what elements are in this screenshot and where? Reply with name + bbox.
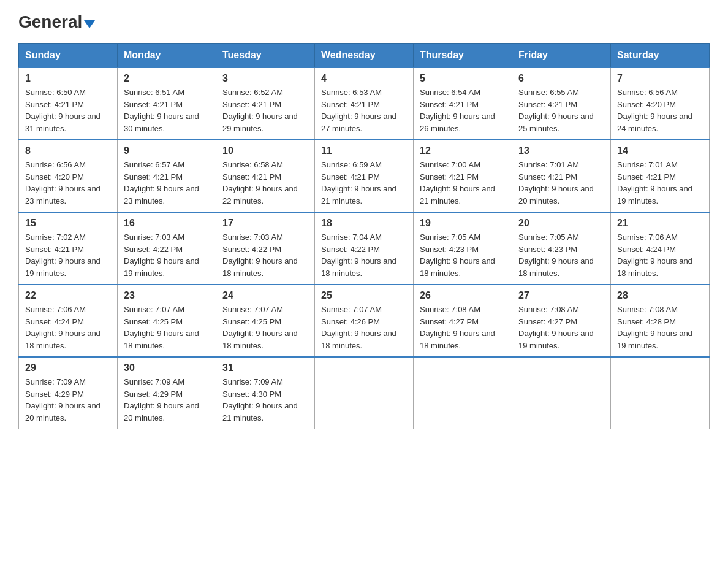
calendar-cell: 11 Sunrise: 6:59 AMSunset: 4:21 PMDaylig… <box>315 140 414 212</box>
col-header-friday: Friday <box>512 44 611 68</box>
col-header-sunday: Sunday <box>19 44 118 68</box>
day-info: Sunrise: 7:07 AMSunset: 4:25 PMDaylight:… <box>124 304 210 351</box>
calendar-cell: 30 Sunrise: 7:09 AMSunset: 4:29 PMDaylig… <box>118 357 216 429</box>
day-info: Sunrise: 6:56 AMSunset: 4:20 PMDaylight:… <box>25 159 111 207</box>
day-number: 9 <box>124 145 210 156</box>
day-info: Sunrise: 7:03 AMSunset: 4:22 PMDaylight:… <box>222 231 308 279</box>
day-number: 15 <box>25 218 111 229</box>
col-header-wednesday: Wednesday <box>315 44 414 68</box>
day-number: 2 <box>124 73 210 84</box>
day-number: 10 <box>222 145 308 156</box>
day-info: Sunrise: 6:51 AMSunset: 4:21 PMDaylight:… <box>124 86 210 134</box>
day-info: Sunrise: 7:09 AMSunset: 4:29 PMDaylight:… <box>124 376 210 424</box>
calendar-cell: 12 Sunrise: 7:00 AMSunset: 4:21 PMDaylig… <box>414 140 512 212</box>
day-number: 21 <box>617 218 703 229</box>
calendar-cell <box>611 357 710 429</box>
day-info: Sunrise: 7:07 AMSunset: 4:25 PMDaylight:… <box>222 304 308 351</box>
day-number: 22 <box>25 290 111 301</box>
calendar-cell: 6 Sunrise: 6:55 AMSunset: 4:21 PMDayligh… <box>512 67 611 140</box>
week-row-1: 1 Sunrise: 6:50 AMSunset: 4:21 PMDayligh… <box>19 67 710 140</box>
day-info: Sunrise: 7:07 AMSunset: 4:26 PMDaylight:… <box>321 304 407 351</box>
day-number: 16 <box>124 218 210 229</box>
calendar-cell: 2 Sunrise: 6:51 AMSunset: 4:21 PMDayligh… <box>118 67 216 140</box>
calendar-cell: 23 Sunrise: 7:07 AMSunset: 4:25 PMDaylig… <box>118 285 216 357</box>
logo: General <box>18 12 95 32</box>
day-number: 28 <box>617 290 703 301</box>
calendar-cell: 1 Sunrise: 6:50 AMSunset: 4:21 PMDayligh… <box>19 67 118 140</box>
day-info: Sunrise: 7:06 AMSunset: 4:24 PMDaylight:… <box>617 231 703 279</box>
day-number: 5 <box>420 73 506 84</box>
col-header-monday: Monday <box>118 44 216 68</box>
day-info: Sunrise: 6:57 AMSunset: 4:21 PMDaylight:… <box>124 159 210 207</box>
day-number: 17 <box>222 218 308 229</box>
day-info: Sunrise: 6:59 AMSunset: 4:21 PMDaylight:… <box>321 159 407 207</box>
calendar-cell: 8 Sunrise: 6:56 AMSunset: 4:20 PMDayligh… <box>19 140 118 212</box>
day-info: Sunrise: 7:01 AMSunset: 4:21 PMDaylight:… <box>518 159 604 207</box>
day-info: Sunrise: 6:55 AMSunset: 4:21 PMDaylight:… <box>518 86 604 134</box>
day-number: 24 <box>222 290 308 301</box>
col-header-saturday: Saturday <box>611 44 710 68</box>
day-number: 7 <box>617 73 703 84</box>
day-number: 13 <box>518 145 604 156</box>
day-info: Sunrise: 6:56 AMSunset: 4:20 PMDaylight:… <box>617 86 703 134</box>
day-info: Sunrise: 7:06 AMSunset: 4:24 PMDaylight:… <box>25 304 111 351</box>
calendar-cell: 7 Sunrise: 6:56 AMSunset: 4:20 PMDayligh… <box>611 67 710 140</box>
logo-triangle-icon <box>84 20 95 28</box>
calendar-cell: 20 Sunrise: 7:05 AMSunset: 4:23 PMDaylig… <box>512 212 611 285</box>
calendar-cell: 24 Sunrise: 7:07 AMSunset: 4:25 PMDaylig… <box>216 285 315 357</box>
day-number: 23 <box>124 290 210 301</box>
day-number: 26 <box>420 290 506 301</box>
calendar-cell: 4 Sunrise: 6:53 AMSunset: 4:21 PMDayligh… <box>315 67 414 140</box>
day-number: 11 <box>321 145 407 156</box>
day-info: Sunrise: 7:01 AMSunset: 4:21 PMDaylight:… <box>617 159 703 207</box>
day-number: 8 <box>25 145 111 156</box>
col-header-thursday: Thursday <box>414 44 512 68</box>
day-number: 25 <box>321 290 407 301</box>
day-info: Sunrise: 6:58 AMSunset: 4:21 PMDaylight:… <box>222 159 308 207</box>
day-number: 3 <box>222 73 308 84</box>
week-row-4: 22 Sunrise: 7:06 AMSunset: 4:24 PMDaylig… <box>19 285 710 357</box>
day-info: Sunrise: 7:00 AMSunset: 4:21 PMDaylight:… <box>420 159 506 207</box>
calendar-cell: 26 Sunrise: 7:08 AMSunset: 4:27 PMDaylig… <box>414 285 512 357</box>
day-info: Sunrise: 6:54 AMSunset: 4:21 PMDaylight:… <box>420 86 506 134</box>
day-number: 6 <box>518 73 604 84</box>
day-info: Sunrise: 7:08 AMSunset: 4:27 PMDaylight:… <box>420 304 506 351</box>
calendar-cell: 22 Sunrise: 7:06 AMSunset: 4:24 PMDaylig… <box>19 285 118 357</box>
week-row-5: 29 Sunrise: 7:09 AMSunset: 4:29 PMDaylig… <box>19 357 710 429</box>
calendar-cell: 27 Sunrise: 7:08 AMSunset: 4:27 PMDaylig… <box>512 285 611 357</box>
day-number: 4 <box>321 73 407 84</box>
day-number: 27 <box>518 290 604 301</box>
day-number: 31 <box>222 362 308 373</box>
day-number: 30 <box>124 362 210 373</box>
calendar-cell: 29 Sunrise: 7:09 AMSunset: 4:29 PMDaylig… <box>19 357 118 429</box>
calendar-cell <box>512 357 611 429</box>
calendar-cell: 25 Sunrise: 7:07 AMSunset: 4:26 PMDaylig… <box>315 285 414 357</box>
calendar-cell: 15 Sunrise: 7:02 AMSunset: 4:21 PMDaylig… <box>19 212 118 285</box>
day-info: Sunrise: 6:52 AMSunset: 4:21 PMDaylight:… <box>222 86 308 134</box>
calendar-cell: 31 Sunrise: 7:09 AMSunset: 4:30 PMDaylig… <box>216 357 315 429</box>
calendar-cell: 9 Sunrise: 6:57 AMSunset: 4:21 PMDayligh… <box>118 140 216 212</box>
calendar-cell: 10 Sunrise: 6:58 AMSunset: 4:21 PMDaylig… <box>216 140 315 212</box>
week-row-3: 15 Sunrise: 7:02 AMSunset: 4:21 PMDaylig… <box>19 212 710 285</box>
calendar-cell: 3 Sunrise: 6:52 AMSunset: 4:21 PMDayligh… <box>216 67 315 140</box>
day-number: 19 <box>420 218 506 229</box>
calendar-cell: 21 Sunrise: 7:06 AMSunset: 4:24 PMDaylig… <box>611 212 710 285</box>
week-row-2: 8 Sunrise: 6:56 AMSunset: 4:20 PMDayligh… <box>19 140 710 212</box>
day-number: 29 <box>25 362 111 373</box>
calendar-cell: 16 Sunrise: 7:03 AMSunset: 4:22 PMDaylig… <box>118 212 216 285</box>
day-number: 1 <box>25 73 111 84</box>
day-info: Sunrise: 6:53 AMSunset: 4:21 PMDaylight:… <box>321 86 407 134</box>
day-info: Sunrise: 7:04 AMSunset: 4:22 PMDaylight:… <box>321 231 407 279</box>
day-info: Sunrise: 7:08 AMSunset: 4:28 PMDaylight:… <box>617 304 703 351</box>
day-info: Sunrise: 7:02 AMSunset: 4:21 PMDaylight:… <box>25 231 111 279</box>
day-number: 14 <box>617 145 703 156</box>
calendar-table: SundayMondayTuesdayWednesdayThursdayFrid… <box>18 43 710 429</box>
calendar-cell: 17 Sunrise: 7:03 AMSunset: 4:22 PMDaylig… <box>216 212 315 285</box>
day-number: 12 <box>420 145 506 156</box>
day-info: Sunrise: 7:08 AMSunset: 4:27 PMDaylight:… <box>518 304 604 351</box>
calendar-cell: 14 Sunrise: 7:01 AMSunset: 4:21 PMDaylig… <box>611 140 710 212</box>
calendar-cell: 5 Sunrise: 6:54 AMSunset: 4:21 PMDayligh… <box>414 67 512 140</box>
day-info: Sunrise: 7:05 AMSunset: 4:23 PMDaylight:… <box>518 231 604 279</box>
day-number: 18 <box>321 218 407 229</box>
calendar-cell <box>315 357 414 429</box>
